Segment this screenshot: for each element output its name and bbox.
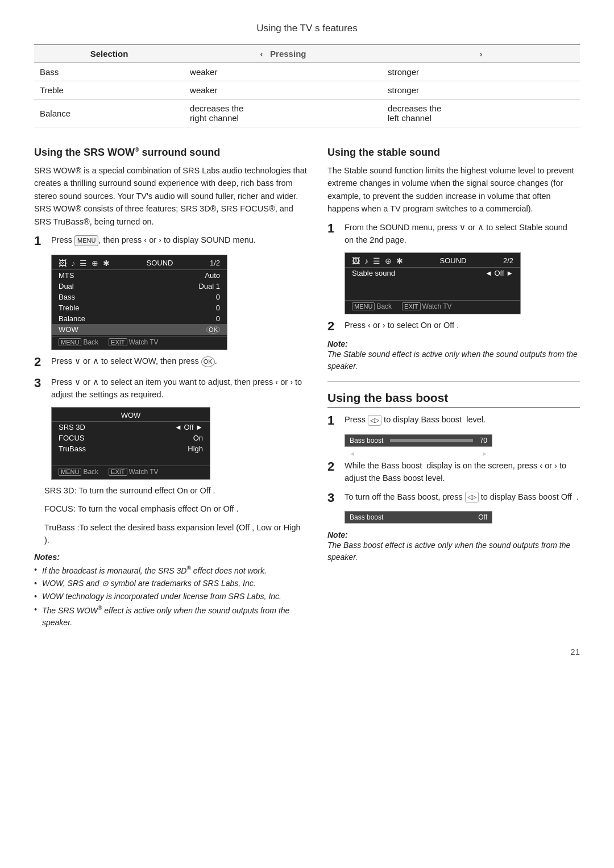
col-right-arrow: ›	[382, 45, 580, 63]
bass-boost-section: Using the bass boost 1 Press ◁▷ to displ…	[327, 391, 580, 563]
tv-row-trubass: TruBass High	[52, 443, 210, 454]
row-balance-label: Balance	[34, 99, 184, 127]
row-balance-left: decreases theright channel	[184, 99, 382, 127]
step-text: Press MENU, then press ‹ or › to display…	[51, 234, 256, 246]
left-arrow: ◄	[349, 450, 355, 457]
srs-heading: Using the SRS WOW® surround sound	[34, 147, 307, 159]
step-number: 3	[34, 376, 47, 391]
page-title: Using the TV s features	[34, 23, 580, 34]
tv-row-srs3d: SRS 3D ◄ Off ►	[52, 422, 210, 433]
tv-row-bass: Bass0	[52, 292, 227, 302]
srs-section: Using the SRS WOW® surround sound SRS WO…	[34, 147, 307, 629]
row-bass-right: stronger	[382, 63, 580, 81]
notes-list: If the broadcast is monaural, the SRS 3D…	[34, 564, 307, 629]
focus-desc: FOCUS: To turn the vocal emphasis effect…	[44, 502, 307, 515]
tv-footer: MENU Back EXIT Watch TV	[345, 300, 520, 310]
bass-boost-heading: Using the bass boost	[327, 391, 580, 408]
sound-page: 2/2	[503, 256, 513, 265]
stable-menu-screen: 🖼 ♪ ☰ ⊕ ✱ SOUND 2/2 Stable sound◄ Off ► …	[345, 252, 521, 314]
menu-key: MENU	[59, 338, 81, 346]
exit-key: EXIT	[402, 302, 420, 310]
footer-exit: EXIT Watch TV	[109, 338, 158, 346]
tv-footer: MENU Back EXIT Watch TV	[52, 336, 227, 346]
step-number: 2	[34, 355, 47, 369]
step-number: 2	[327, 459, 340, 474]
tv-row-balance: Balance0	[52, 313, 227, 324]
exit-key: EXIT	[109, 468, 127, 476]
bassboost-label: Bass boost	[350, 513, 383, 521]
note-title: Note:	[327, 530, 580, 539]
row-treble-right: stronger	[382, 81, 580, 99]
row-treble-left: weaker	[184, 81, 382, 99]
footer-back: MENU Back	[59, 338, 98, 346]
notes-title: Notes:	[34, 553, 307, 562]
note-title: Note:	[327, 339, 580, 348]
tv-icon-1: 🖼	[59, 259, 67, 268]
tv-icon-3: ☰	[80, 259, 87, 268]
step-number: 2	[327, 319, 340, 334]
stable-step-2: 2 Press ‹ or › to select On or Off .	[327, 319, 580, 334]
note-text: The Stable sound effect is active only w…	[327, 348, 580, 372]
tv-icon-5: ✱	[103, 259, 110, 268]
tv-icon-2: ♪	[364, 256, 368, 265]
page-number: 21	[34, 647, 580, 657]
tv-icon-4: ⊕	[385, 256, 392, 265]
tv-icon-4: ⊕	[92, 259, 98, 268]
row-balance-right: decreases theleft channel	[382, 99, 580, 127]
table-row: Balance decreases theright channel decre…	[34, 99, 580, 127]
step-text: Press ∨ or ∧ to select an item you want …	[51, 376, 307, 401]
wow-menu-screen: WOW SRS 3D ◄ Off ► FOCUS On TruBass High…	[51, 407, 210, 480]
step-number: 1	[327, 221, 340, 236]
left-column: Using the SRS WOW® surround sound SRS WO…	[34, 143, 307, 630]
row-treble-label: Treble	[34, 81, 184, 99]
tv-icon-5: ✱	[396, 256, 403, 265]
bass-step-3: 3 To turn off the Bass boost, press ◁▷ t…	[327, 491, 580, 505]
bassboost-label: Bass boost	[350, 437, 383, 445]
bassboost-off-value: Off	[478, 513, 487, 521]
menu-key: MENU	[59, 468, 81, 476]
srs-step-1: 1 Press MENU, then press ‹ or › to displ…	[34, 234, 307, 248]
bass-step-2: 2 While the Bass boost display is on the…	[327, 459, 580, 485]
stable-note: Note: The Stable sound effect is active …	[327, 339, 580, 372]
tv-icon-1: 🖼	[352, 256, 360, 265]
tv-footer: MENU Back EXIT Watch TV	[52, 466, 210, 476]
menu-key-icon: MENU	[74, 235, 98, 246]
stable-body: The Stable sound function limits the hig…	[327, 164, 580, 215]
selection-table: Selection ‹ Pressing › Bass weaker stron…	[34, 44, 580, 127]
sound-menu-screen: 🖼 ♪ ☰ ⊕ ✱ SOUND 1/2 MTSAuto DualDual 1 B…	[51, 255, 227, 351]
note-text: The Bass boost effect is active only whe…	[327, 539, 580, 563]
note-item: If the broadcast is monaural, the SRS 3D…	[34, 564, 307, 577]
row-bass-left: weaker	[184, 63, 382, 81]
step-number: 1	[327, 413, 340, 428]
bassboost-bar-2: Bass boost Off	[345, 511, 492, 524]
srs-notes: Notes: If the broadcast is monaural, the…	[34, 553, 307, 629]
bassboost-value: 70	[480, 437, 487, 445]
step-number: 3	[327, 491, 340, 505]
exit-key: EXIT	[109, 338, 127, 346]
ok-icon: OK	[201, 356, 215, 367]
stable-step-1: 1 From the SOUND menu, press ∨ or ∧ to s…	[327, 221, 580, 247]
footer-exit: EXIT Watch TV	[402, 302, 451, 310]
bass-step-1: 1 Press ◁▷ to display Bass boost level.	[327, 413, 580, 428]
table-row: Treble weaker stronger	[34, 81, 580, 99]
stable-menu-header: 🖼 ♪ ☰ ⊕ ✱ SOUND 2/2	[345, 255, 520, 268]
right-column: Using the stable sound The Stable sound …	[327, 143, 580, 563]
stable-heading: Using the stable sound	[327, 147, 580, 159]
note-item: WOW technology is incorporated under lic…	[34, 591, 307, 603]
bassboost-bar-1: Bass boost 70	[345, 434, 492, 447]
tv-row-stable: Stable sound◄ Off ►	[345, 268, 520, 279]
step-text: Press ∨ or ∧ to select WOW, then press O…	[51, 355, 217, 367]
menu-icons: 🖼 ♪ ☰ ⊕ ✱	[59, 259, 110, 268]
step-text: Press ‹ or › to select On or Off .	[345, 319, 459, 331]
bassboost-track	[390, 439, 472, 442]
footer-back: MENU Back	[59, 468, 98, 476]
sound-label: SOUND	[439, 256, 466, 265]
step-text: Press ◁▷ to display Bass boost level.	[345, 413, 486, 426]
note-item: WOW, SRS and ⊙ symbol are trademarks of …	[34, 578, 307, 589]
footer-exit: EXIT Watch TV	[109, 468, 158, 476]
tv-row-treble: Treble0	[52, 302, 227, 313]
step-text: While the Bass boost display is on the s…	[345, 459, 580, 485]
step-text: To turn off the Bass boost, press ◁▷ to …	[345, 491, 579, 503]
row-bass-label: Bass	[34, 63, 184, 81]
step-text: From the SOUND menu, press ∨ or ∧ to sel…	[345, 221, 580, 247]
